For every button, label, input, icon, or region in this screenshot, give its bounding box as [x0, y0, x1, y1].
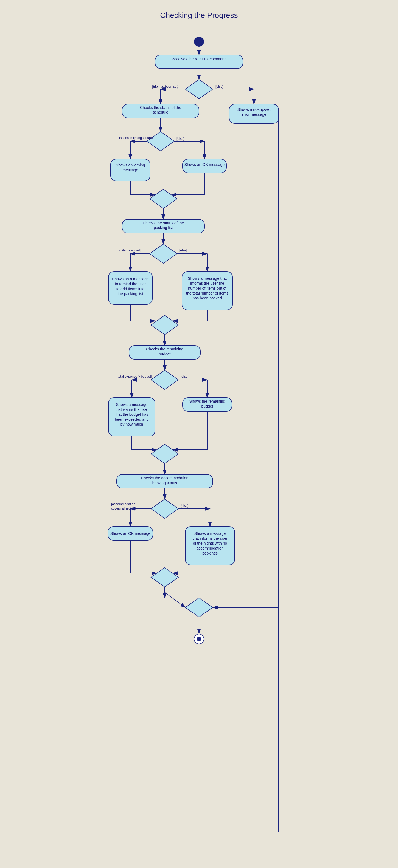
- label-clashes: [clashes in timings found]: [117, 136, 154, 140]
- shows-packed-text2: informs the user the: [190, 281, 224, 285]
- label-accommodation: [accommodation: [111, 502, 135, 506]
- diamond4: [150, 244, 177, 263]
- end-inner-circle: [197, 637, 201, 641]
- label-else1: [else]: [216, 85, 223, 89]
- shows-exceeded-text3: that the budget has: [115, 412, 148, 416]
- shows-exceeded-text4: been exceeded and: [115, 417, 149, 422]
- shows-ok-schedule-text: Shows an OK message: [184, 162, 225, 167]
- shows-remaining-text1: Shows the remaining: [190, 399, 225, 403]
- diamond9-merge: [151, 568, 178, 587]
- no-trip-text1: Shows a no-trip-set: [237, 107, 271, 112]
- checks-budget-text1: Checks the remaining: [146, 347, 183, 351]
- shows-remind-text3: to add items into: [116, 287, 145, 291]
- label-expense: [total expense > budget]: [117, 375, 152, 378]
- shows-warning-text2: message: [123, 168, 138, 172]
- shows-ok-accommodation-text: Shows an OK message: [110, 531, 151, 536]
- shows-nights-text1: Shows a message: [194, 531, 226, 536]
- shows-remind-text1: Shows an a message: [112, 277, 149, 281]
- no-trip-text2: error message: [241, 112, 266, 117]
- diagram-title: Checking the Progress: [100, 11, 298, 20]
- checks-accommodation-text1: Checks the accommodation: [141, 476, 189, 480]
- shows-nights-text3: of the nights with no: [193, 541, 227, 546]
- diagram-container: Checking the Progress Receives the statu…: [100, 5, 298, 868]
- shows-packed-text3: number of items out of: [188, 286, 226, 290]
- shows-exceeded-text5: by how much: [120, 422, 143, 427]
- shows-packed-text1: Shows a message that: [188, 276, 227, 281]
- checks-schedule-text1: Checks the status of the: [140, 105, 181, 110]
- flowchart-svg: Receives the status command [trip has be…: [100, 25, 298, 868]
- diamond8: [151, 499, 178, 518]
- shows-packed-text5: has been packed: [193, 296, 222, 300]
- diamond2: [147, 132, 174, 151]
- checks-packing-text1: Checks the status of the: [143, 221, 184, 225]
- shows-remind-text2: to remind the user: [115, 282, 146, 286]
- label-trip-set: [trip has been set]: [152, 85, 178, 89]
- shows-remind-text4: the packing list: [118, 291, 143, 296]
- checks-accommodation-text2: booking status: [152, 481, 177, 485]
- shows-exceeded-text1: Shows a message: [116, 402, 148, 407]
- start-node: [194, 37, 204, 46]
- shows-warning-text1: Shows a warning: [116, 163, 145, 167]
- shows-nights-text4: accommodation: [197, 546, 224, 551]
- shows-remaining-text2: budget: [201, 404, 213, 408]
- checks-budget-text2: budget: [159, 352, 171, 356]
- label-else4: [else]: [180, 375, 189, 378]
- diamond7-merge: [151, 444, 178, 463]
- shows-nights-text2: that informs the user: [192, 536, 228, 540]
- label-no-items: [no items added]: [117, 248, 141, 252]
- label-else3: [else]: [179, 248, 187, 252]
- label-else2: [else]: [176, 137, 184, 141]
- arrow-d9-to-d10-final: [165, 592, 185, 608]
- shows-exceeded-text2: that warns the user: [115, 407, 148, 412]
- checks-packing-text2: packing list: [154, 225, 173, 230]
- diamond3-merge: [150, 189, 177, 209]
- shows-nights-text5: bookings: [202, 551, 218, 555]
- label-else5: [else]: [180, 504, 189, 508]
- shows-packed-text4: the total number of items: [186, 291, 228, 296]
- checks-schedule-text2: schedule: [153, 110, 168, 114]
- receives-status-text: Receives the status command: [172, 57, 227, 61]
- diamond6: [151, 370, 178, 390]
- diamond10-final-merge: [185, 598, 213, 617]
- diamond1: [185, 80, 213, 99]
- diamond5-merge: [151, 315, 178, 335]
